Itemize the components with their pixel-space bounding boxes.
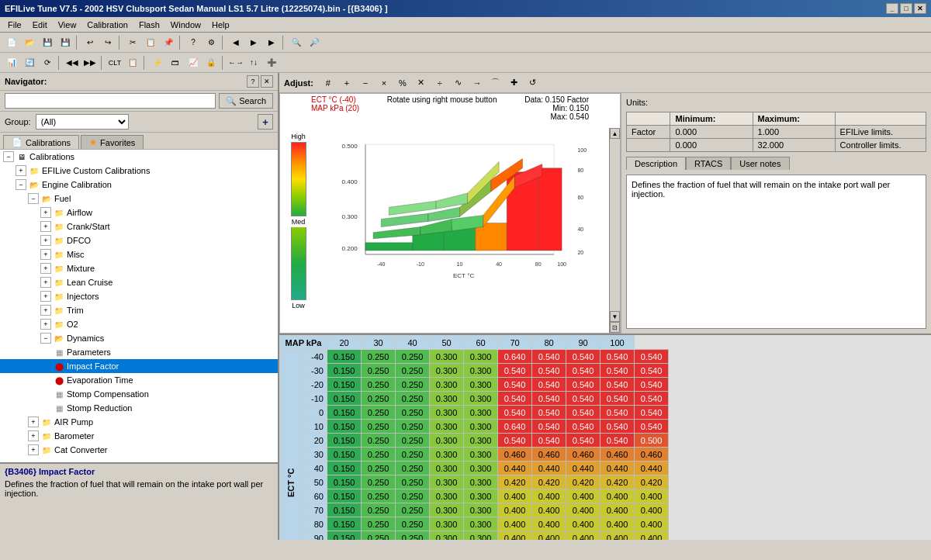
table-row[interactable]: 500.1500.2500.2500.3000.3000.4200.4200.4… — [280, 475, 669, 489]
table-cell[interactable]: 0.540 — [635, 378, 669, 392]
tree-item-crank-start[interactable]: + 📁 Crank/Start — [0, 220, 278, 233]
table-cell[interactable]: 0.300 — [430, 378, 464, 392]
prev-button[interactable]: ◀ — [227, 34, 244, 51]
table-cell[interactable]: 0.540 — [532, 378, 566, 392]
table-cell[interactable]: 0.300 — [430, 448, 464, 461]
table-cell[interactable]: 0.400 — [566, 503, 600, 517]
table-cell[interactable]: 0.540 — [566, 350, 600, 364]
new-button[interactable]: 📄 — [3, 34, 20, 51]
table-cell[interactable]: 0.300 — [464, 517, 498, 531]
help-button[interactable]: ? — [185, 34, 202, 51]
table-cell[interactable]: 0.300 — [464, 350, 498, 364]
table-cell[interactable]: 0.540 — [600, 392, 635, 406]
menu-calibration[interactable]: Calibration — [82, 19, 133, 31]
table-cell[interactable]: 0.250 — [362, 406, 396, 420]
adj-cross-button[interactable]: ✚ — [506, 74, 523, 92]
table-cell[interactable]: 0.150 — [327, 434, 362, 448]
table-cell[interactable]: 0.540 — [498, 364, 532, 378]
table-cell[interactable]: 0.300 — [464, 420, 498, 434]
expand-dfco[interactable]: + — [40, 235, 51, 246]
expand-injectors[interactable]: + — [40, 291, 51, 302]
table-cell[interactable]: 0.640 — [498, 420, 532, 434]
tree-item-airflow[interactable]: + 📁 Airflow — [0, 206, 278, 220]
tree-item-injectors[interactable]: + 📁 Injectors — [0, 289, 278, 303]
table-cell[interactable]: 0.400 — [600, 531, 635, 541]
tb2-btn7[interactable]: 📋 — [124, 54, 141, 71]
tree-item-engine-cal[interactable]: − 📂 Engine Calibration — [0, 178, 278, 192]
table-cell[interactable]: 0.250 — [396, 531, 430, 541]
adj-plus-button[interactable]: + — [338, 74, 355, 92]
table-cell[interactable]: 0.300 — [430, 461, 464, 475]
tb2-btn13[interactable]: ↑↓ — [245, 54, 262, 71]
table-cell[interactable]: 0.250 — [362, 420, 396, 434]
table-cell[interactable]: 0.300 — [430, 475, 464, 489]
expand-crank-start[interactable]: + — [40, 221, 51, 232]
tb2-btn12[interactable]: ←→ — [227, 54, 244, 71]
table-cell[interactable]: 0.250 — [362, 392, 396, 406]
table-cell[interactable]: 0.540 — [600, 434, 635, 448]
expand-efilive-custom[interactable]: + — [16, 165, 26, 176]
tree-item-mixture[interactable]: + 📁 Mixture — [0, 261, 278, 275]
table-cell[interactable]: 0.250 — [396, 378, 430, 392]
table-cell[interactable]: 0.540 — [498, 378, 532, 392]
search-button[interactable]: 🔍 Search — [219, 93, 273, 109]
table-cell[interactable]: 0.400 — [532, 517, 566, 531]
adj-pct-button[interactable]: % — [394, 74, 411, 92]
table-cell[interactable]: 0.250 — [396, 420, 430, 434]
tree-item-misc[interactable]: + 📁 Misc — [0, 247, 278, 261]
table-cell[interactable]: 0.400 — [498, 531, 532, 541]
table-cell[interactable]: 0.400 — [498, 489, 532, 503]
expand-engine-cal[interactable]: − — [16, 179, 26, 190]
tb2-btn6[interactable]: CLT — [106, 54, 123, 71]
expand-calibrations[interactable]: − — [3, 151, 14, 162]
table-cell[interactable]: 0.460 — [635, 448, 669, 461]
scroll-down-button[interactable]: ▼ — [610, 311, 620, 322]
table-row[interactable]: 200.1500.2500.2500.3000.3000.5400.5400.5… — [280, 434, 669, 448]
table-cell[interactable]: 0.250 — [362, 461, 396, 475]
table-row[interactable]: 900.1500.2500.2500.3000.3000.4000.4000.4… — [280, 531, 669, 541]
tree-item-air-pump[interactable]: + 📁 AIR Pump — [0, 415, 278, 429]
table-cell[interactable]: 0.300 — [430, 364, 464, 378]
table-cell[interactable]: 0.150 — [327, 531, 362, 541]
table-cell[interactable]: 0.540 — [566, 392, 600, 406]
table-cell[interactable]: 0.460 — [566, 448, 600, 461]
table-cell[interactable]: 0.150 — [327, 517, 362, 531]
chart-3d-area[interactable]: 0.500 0.400 0.300 0.200 — [315, 129, 604, 317]
tb2-btn4[interactable]: ◀◀ — [64, 54, 81, 71]
tab-rtacs[interactable]: RTACS — [686, 157, 731, 170]
table-cell[interactable]: 0.440 — [566, 461, 600, 475]
table-cell[interactable]: 0.440 — [600, 461, 635, 475]
tree-item-evap-time[interactable]: ⬤ Evaporation Time — [0, 373, 278, 387]
table-cell[interactable]: 0.300 — [430, 420, 464, 434]
tree-item-efilive-custom[interactable]: + 📁 EFILive Custom Calibrations — [0, 164, 278, 178]
table-cell[interactable]: 0.250 — [362, 475, 396, 489]
expand-misc[interactable]: + — [40, 249, 51, 260]
table-cell[interactable]: 0.400 — [566, 489, 600, 503]
chart-scrollbar[interactable]: ▲ ▼ ⊡ — [609, 128, 620, 333]
next-button[interactable]: ▶ — [245, 34, 262, 51]
tab-favorites[interactable]: ★ Favorites — [81, 135, 144, 149]
table-cell[interactable]: 0.400 — [600, 503, 635, 517]
table-cell[interactable]: 0.400 — [635, 489, 669, 503]
table-cell[interactable]: 0.250 — [396, 461, 430, 475]
table-cell[interactable]: 0.300 — [464, 489, 498, 503]
undo-button[interactable]: ↩ — [81, 34, 99, 51]
table-cell[interactable]: 0.250 — [396, 392, 430, 406]
table-cell[interactable]: 0.250 — [396, 503, 430, 517]
table-cell[interactable]: 0.540 — [600, 364, 635, 378]
tree-item-trim[interactable]: + 📁 Trim — [0, 303, 278, 317]
table-cell[interactable]: 0.250 — [362, 434, 396, 448]
add-button[interactable]: + — [258, 114, 273, 130]
tree-item-fuel[interactable]: − 📂 Fuel — [0, 192, 278, 206]
table-cell[interactable]: 0.300 — [430, 489, 464, 503]
table-cell[interactable]: 0.420 — [532, 475, 566, 489]
table-row[interactable]: 700.1500.2500.2500.3000.3000.4000.4000.4… — [280, 503, 669, 517]
zoom-in-button[interactable]: 🔍 — [288, 34, 305, 51]
table-cell[interactable]: 0.400 — [600, 489, 635, 503]
table-cell[interactable]: 0.500 — [635, 434, 669, 448]
table-cell[interactable]: 0.300 — [464, 475, 498, 489]
table-cell[interactable]: 0.400 — [635, 517, 669, 531]
adj-div-button[interactable]: ÷ — [431, 74, 448, 92]
table-cell[interactable]: 0.540 — [532, 392, 566, 406]
table-cell[interactable]: 0.400 — [532, 531, 566, 541]
